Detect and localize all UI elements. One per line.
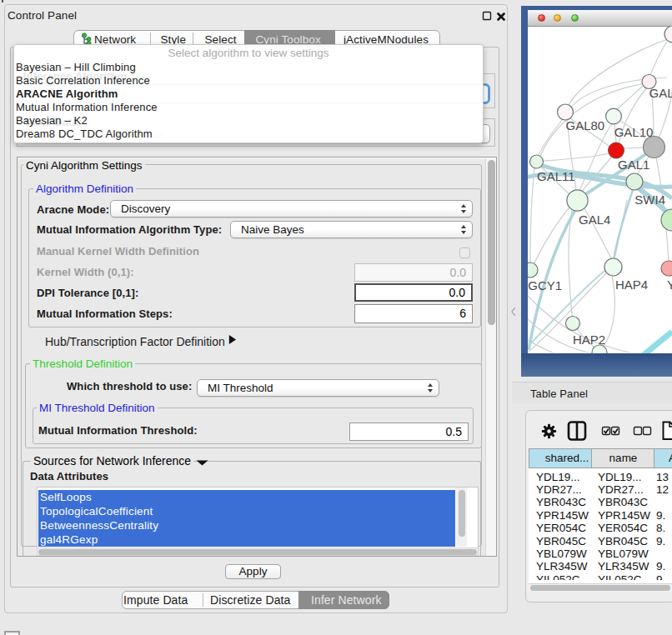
svg-text:GAL80: GAL80 <box>566 118 605 132</box>
svg-text:GAL10: GAL10 <box>614 125 654 139</box>
svg-text:HAP2: HAP2 <box>573 332 605 347</box>
svg-text:GAL11: GAL11 <box>537 169 575 183</box>
svg-text:GAL1: GAL1 <box>618 158 649 172</box>
svg-text:GAL4: GAL4 <box>579 212 610 227</box>
svg-text:GCY1: GCY1 <box>528 278 562 292</box>
svg-text:HAP4: HAP4 <box>615 278 648 292</box>
svg-text:GAL: GAL <box>649 86 672 100</box>
svg-text:SWI4: SWI4 <box>634 192 665 207</box>
svg-text:Y: Y <box>667 278 672 292</box>
